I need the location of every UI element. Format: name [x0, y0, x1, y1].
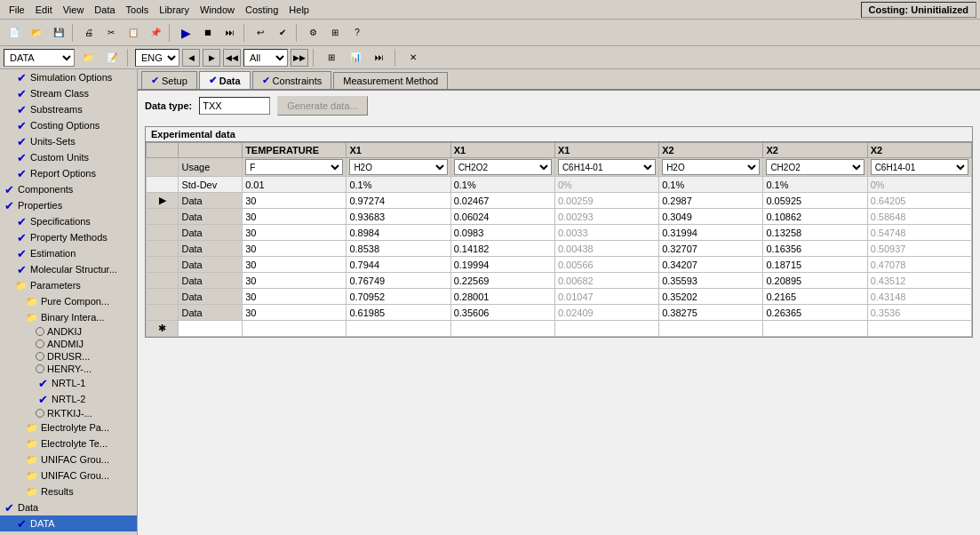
menu-window[interactable]: Window	[195, 3, 240, 17]
sidebar-item-parameters[interactable]: 📁 Parameters	[0, 277, 137, 293]
row-x1c6h14-8[interactable]: 0.02409	[554, 305, 658, 321]
x2-c6h14-dropdown[interactable]: C6H14-01	[871, 159, 968, 175]
usage-row-x1h2o[interactable]: H2O	[347, 158, 450, 177]
stop-btn[interactable]: ⏹	[197, 23, 219, 43]
usage-row-temp[interactable]: F	[243, 158, 347, 177]
usage-row-x1c6h14[interactable]: C6H14-01	[554, 158, 658, 177]
sidebar-item-specifications[interactable]: ✔ Specifications	[0, 213, 137, 229]
row-x2h2o-5[interactable]: 0.34207	[659, 257, 763, 273]
del-row-btn[interactable]: ✕	[402, 48, 424, 68]
sidebar-item-simulation-options[interactable]: ✔ Simulation Options	[0, 69, 137, 85]
menu-edit[interactable]: Edit	[30, 3, 58, 17]
row-x2ch2o2-4[interactable]: 0.16356	[763, 241, 867, 257]
x2-h2o-dropdown[interactable]: H2O	[662, 159, 760, 175]
usage-row-x1ch2o2[interactable]: CH2O2	[450, 158, 554, 177]
generate-data-btn[interactable]: Generate data...	[277, 96, 368, 116]
new-row-empty-2[interactable]	[243, 321, 347, 337]
sidebar-item-custom-units[interactable]: ✔ Custom Units	[0, 149, 137, 165]
sidebar-item-estimation[interactable]: ✔ Estimation	[0, 245, 137, 261]
usage-row-x2c6h14[interactable]: C6H14-01	[867, 158, 971, 177]
menu-library[interactable]: Library	[154, 3, 195, 17]
sidebar-item-andkij[interactable]: ANDKIJ	[0, 325, 137, 338]
tab-measurement-method[interactable]: Measurement Method	[333, 72, 448, 89]
row-x1h2o-8[interactable]: 0.61985	[347, 305, 450, 321]
row-x1h2o-7[interactable]: 0.70952	[347, 289, 450, 305]
row-temp-4[interactable]: 30	[243, 241, 347, 257]
row-x1ch2o2-6[interactable]: 0.22569	[450, 273, 554, 289]
row-x1c6h14-6[interactable]: 0.00682	[554, 273, 658, 289]
settings-btn[interactable]: ⚙	[302, 23, 323, 43]
sidebar-item-molecular-structure[interactable]: ✔ Molecular Structur...	[0, 261, 137, 277]
sidebar-item-unifac-grou1[interactable]: 📁 UNIFAC Grou...	[0, 451, 137, 467]
cut-btn[interactable]: ✂	[100, 23, 122, 43]
menu-data[interactable]: Data	[89, 3, 120, 17]
row-x1h2o-3[interactable]: 0.8984	[347, 225, 450, 241]
table-btn[interactable]: ⊞	[321, 48, 342, 68]
x1-c6h14-dropdown[interactable]: C6H14-01	[558, 159, 656, 175]
grid-btn[interactable]: ⊞	[324, 23, 346, 43]
row-x2h2o-1[interactable]: 0.2987	[659, 193, 763, 209]
row-x1h2o-6[interactable]: 0.76749	[347, 273, 450, 289]
row-x1ch2o2-4[interactable]: 0.14182	[450, 241, 554, 257]
row-x2ch2o2-7[interactable]: 0.2165	[763, 289, 867, 305]
row-x2ch2o2-6[interactable]: 0.20895	[763, 273, 867, 289]
new-form-btn[interactable]: 📝	[101, 48, 123, 68]
sidebar-item-andmij[interactable]: ANDMIJ	[0, 338, 137, 350]
save-btn[interactable]: 💾	[48, 23, 69, 43]
new-row-empty-3[interactable]	[347, 321, 450, 337]
stddev-x2c6h14[interactable]: 0%	[867, 177, 971, 193]
row-x1c6h14-5[interactable]: 0.00566	[554, 257, 658, 273]
row-x1ch2o2-1[interactable]: 0.02467	[450, 193, 554, 209]
row-temp-3[interactable]: 30	[243, 225, 347, 241]
row-x1h2o-1[interactable]: 0.97274	[347, 193, 450, 209]
row-x1c6h14-4[interactable]: 0.00438	[554, 241, 658, 257]
x2-ch2o2-dropdown[interactable]: CH2O2	[766, 159, 864, 175]
menu-file[interactable]: File	[4, 3, 30, 17]
sidebar-item-drusr[interactable]: DRUSR...	[0, 350, 137, 363]
tab-constraints[interactable]: ✔ Constraints	[252, 71, 332, 89]
row-x2h2o-2[interactable]: 0.3049	[659, 209, 763, 225]
row-x1h2o-5[interactable]: 0.7944	[347, 257, 450, 273]
stddev-x2ch2o2[interactable]: 0.1%	[763, 177, 867, 193]
row-x1c6h14-7[interactable]: 0.01047	[554, 289, 658, 305]
help-btn[interactable]: ?	[347, 23, 368, 43]
row-temp-5[interactable]: 30	[243, 257, 347, 273]
menu-costing[interactable]: Costing	[240, 3, 283, 17]
temp-unit-dropdown[interactable]: F	[245, 159, 343, 175]
new-row-empty-8[interactable]	[867, 321, 971, 337]
row-temp-7[interactable]: 30	[243, 289, 347, 305]
row-x2c6h14-2[interactable]: 0.58648	[867, 209, 971, 225]
row-x1ch2o2-7[interactable]: 0.28001	[450, 289, 554, 305]
tab-setup[interactable]: ✔ Setup	[141, 71, 197, 89]
sidebar-item-nrtl1[interactable]: ✔ NRTL-1	[0, 375, 137, 391]
stddev-x1h2o[interactable]: 0.1%	[347, 177, 450, 193]
step-btn[interactable]: ⏭	[219, 23, 241, 43]
units-dropdown[interactable]: ENG	[135, 49, 179, 67]
row-x1ch2o2-2[interactable]: 0.06024	[450, 209, 554, 225]
row-x2ch2o2-3[interactable]: 0.13258	[763, 225, 867, 241]
row-x1h2o-4[interactable]: 0.8538	[347, 241, 450, 257]
row-x2ch2o2-2[interactable]: 0.10862	[763, 209, 867, 225]
data-type-input[interactable]	[199, 97, 270, 115]
sidebar-item-data-item[interactable]: ✔ DATA	[0, 515, 137, 531]
sidebar-item-units-sets[interactable]: ✔ Units-Sets	[0, 133, 137, 149]
new-btn[interactable]: 📄	[4, 23, 25, 43]
sidebar-item-rktkij[interactable]: RKTKIJ-...	[0, 407, 137, 419]
row-temp-8[interactable]: 30	[243, 305, 347, 321]
row-temp-6[interactable]: 30	[243, 273, 347, 289]
sidebar-item-properties[interactable]: ✔ Properties	[0, 197, 137, 213]
check-btn[interactable]: ✔	[272, 23, 293, 43]
filter-dropdown[interactable]: All	[243, 49, 288, 67]
run-btn[interactable]: ▶	[175, 23, 196, 43]
nav-next-btn[interactable]: ⏭	[369, 48, 390, 68]
sidebar-item-unifac-grou2[interactable]: 📁 UNIFAC Grou...	[0, 467, 137, 483]
reset-btn[interactable]: ↩	[250, 23, 271, 43]
fwd-btn[interactable]: ▶	[203, 49, 220, 67]
row-x2c6h14-3[interactable]: 0.54748	[867, 225, 971, 241]
menu-help[interactable]: Help	[283, 3, 315, 17]
stddev-temp[interactable]: 0.01	[243, 177, 347, 193]
x1-h2o-dropdown[interactable]: H2O	[349, 159, 447, 175]
row-x2ch2o2-8[interactable]: 0.26365	[763, 305, 867, 321]
sidebar-item-electrolyte-te[interactable]: 📁 Electrolyte Te...	[0, 435, 137, 451]
sidebar-item-property-methods[interactable]: ✔ Property Methods	[0, 229, 137, 245]
